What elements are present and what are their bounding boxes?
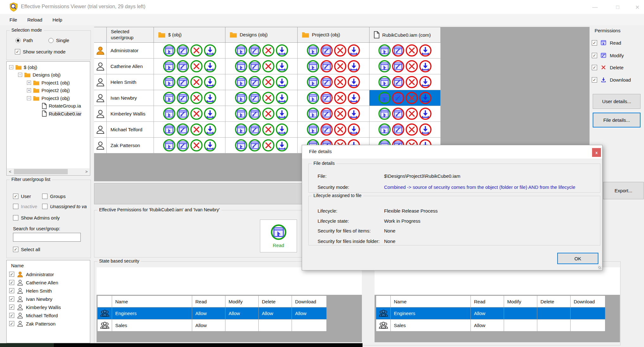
user-checkbox[interactable] [9, 272, 14, 277]
menu-item-reload[interactable]: Reload [22, 15, 47, 24]
search-input[interactable] [13, 233, 81, 242]
table-header-corner[interactable] [97, 295, 112, 307]
filter-user-checkbox-control[interactable] [13, 194, 18, 199]
filter-user-checkbox[interactable]: User [13, 194, 31, 199]
tree-horizontal-scrollbar[interactable]: < > [7, 168, 90, 175]
permission-checkbox[interactable] [592, 40, 597, 46]
filter-admins-checkbox[interactable]: Show Admins only [13, 215, 60, 220]
radio-single-control[interactable] [48, 38, 54, 43]
list-item-zak-patterson[interactable]: Zak Patterson [7, 319, 90, 328]
scroll-left-icon[interactable]: < [7, 168, 13, 175]
grid-user-name-cell[interactable]: Michael Telford [107, 122, 154, 138]
permission-filter-download[interactable]: Download [592, 76, 631, 84]
table-row-engineers[interactable]: EngineersAllowAllowAllowAllow [97, 307, 327, 319]
select-all-checkbox-control[interactable] [13, 247, 18, 252]
grid-user-name-cell[interactable]: Ivan Newbry [107, 90, 154, 106]
select-all-checkbox[interactable]: Select all [13, 247, 40, 252]
grid-user-name-cell[interactable]: Administrator [107, 43, 154, 59]
maximize-icon[interactable]: □ [610, 3, 625, 11]
expand-icon[interactable]: + [27, 88, 31, 92]
tree-item-project3-obj-[interactable]: −Project3 (obj) [7, 94, 90, 102]
permission-checkbox[interactable] [592, 53, 597, 58]
filter-unassigned-checkbox-control[interactable] [42, 204, 47, 209]
dialog-close-icon[interactable]: x [592, 148, 601, 157]
scroll-right-icon[interactable]: > [83, 168, 90, 175]
grid-column-header[interactable]: $ (obj) [154, 27, 225, 43]
tree-item-project2-obj-[interactable]: +Project2 (obj) [7, 87, 90, 95]
radio-single[interactable]: Single [48, 38, 69, 43]
grid-permission-cell[interactable] [154, 90, 225, 106]
grid-permission-cell[interactable] [154, 43, 225, 59]
tree-item-project1-obj-[interactable]: +Project1 (obj) [7, 79, 90, 87]
user-checkbox[interactable] [9, 305, 14, 310]
grid-permission-cell[interactable] [369, 106, 441, 122]
grid-permission-cell[interactable] [369, 122, 441, 138]
file-details-button[interactable]: File details... [593, 113, 641, 127]
table-column-header[interactable]: Read [192, 295, 225, 307]
user-details-button[interactable]: User details... [593, 94, 641, 109]
radio-path[interactable]: Path [16, 38, 33, 43]
list-item-kimberley-wallis[interactable]: Kimberley Wallis [7, 303, 90, 311]
minimize-icon[interactable]: — [588, 3, 602, 11]
grid-permission-cell[interactable] [369, 90, 441, 106]
user-checkbox[interactable] [9, 296, 14, 301]
grid-permission-cell[interactable] [225, 106, 298, 122]
grid-column-header[interactable]: Designs (obj) [225, 27, 298, 43]
table-column-header[interactable]: Name [112, 295, 192, 307]
user-checkbox[interactable] [9, 288, 14, 293]
grid-user-name-cell[interactable]: Zak Patterson [107, 138, 154, 153]
grid-user-name-cell[interactable]: Catherine Allen [107, 59, 154, 74]
grid-user-name-cell[interactable]: Kimberley Wallis [107, 106, 154, 122]
user-checkbox[interactable] [9, 321, 14, 326]
menu-item-file[interactable]: File [4, 15, 22, 24]
grid-column-header[interactable]: RubikCube0.iam (com) [369, 27, 441, 43]
filter-inactive-checkbox-control[interactable] [13, 204, 18, 209]
close-icon[interactable]: ✕ [630, 3, 644, 11]
grid-permission-cell[interactable] [225, 122, 298, 138]
table-header-corner[interactable] [376, 295, 391, 307]
grid-permission-cell[interactable] [225, 90, 298, 106]
radio-path-control[interactable] [16, 38, 21, 43]
menu-item-help[interactable]: Help [47, 15, 67, 24]
expand-icon[interactable]: + [27, 81, 31, 85]
show-security-checkbox-control[interactable] [15, 49, 20, 54]
grid-permission-cell[interactable] [154, 106, 225, 122]
permission-filter-read[interactable]: Read [592, 39, 621, 47]
filter-inactive-checkbox[interactable]: Inactive [13, 204, 37, 209]
permission-filter-modify[interactable]: Modify [592, 51, 624, 59]
grid-permission-cell[interactable] [298, 74, 369, 90]
filter-admins-checkbox-control[interactable] [13, 215, 18, 220]
grid-column-header[interactable]: Selected user/group [107, 27, 154, 43]
table-column-header[interactable]: Name [391, 295, 471, 307]
collapse-icon[interactable]: − [18, 73, 22, 77]
grid-column-header[interactable]: Project3 (obj) [298, 27, 369, 43]
grid-permission-cell[interactable] [225, 59, 298, 74]
table-column-header[interactable]: Delete [259, 295, 292, 307]
tree-item-designs-obj-[interactable]: −Designs (obj) [7, 71, 90, 79]
grid-permission-cell[interactable] [369, 74, 441, 90]
grid-permission-cell[interactable] [154, 122, 225, 138]
grid-permission-cell[interactable] [154, 59, 225, 74]
grid-header-corner[interactable] [94, 27, 107, 43]
table-column-header[interactable]: Download [292, 295, 327, 307]
permission-checkbox[interactable] [592, 77, 597, 83]
dialog-ok-button[interactable]: OK [557, 253, 598, 264]
list-item-helen-smith[interactable]: Helen Smith [7, 287, 90, 295]
list-item-michael-telford[interactable]: Michael Telford [7, 311, 90, 319]
grid-permission-cell[interactable] [225, 74, 298, 90]
table-row-sales[interactable]: SalesAllow [376, 319, 605, 332]
grid-permission-cell[interactable] [298, 43, 369, 59]
grid-permission-cell[interactable] [154, 74, 225, 90]
grid-permission-cell[interactable] [298, 59, 369, 74]
grid-permission-cell[interactable] [298, 106, 369, 122]
list-item-administrator[interactable]: Administrator [7, 270, 90, 278]
filter-groups-checkbox-control[interactable] [42, 194, 47, 199]
grid-permission-cell[interactable] [369, 59, 441, 74]
grid-permission-cell[interactable] [154, 138, 225, 153]
list-item-catherine-allen[interactable]: Catherine Allen [7, 278, 90, 287]
grid-permission-cell[interactable] [225, 138, 298, 153]
dialog-resize-grip[interactable] [598, 266, 601, 269]
table-column-header[interactable]: Download [571, 295, 605, 307]
table-column-header[interactable]: Delete [537, 295, 571, 307]
export-button[interactable]: Export... [603, 182, 644, 199]
